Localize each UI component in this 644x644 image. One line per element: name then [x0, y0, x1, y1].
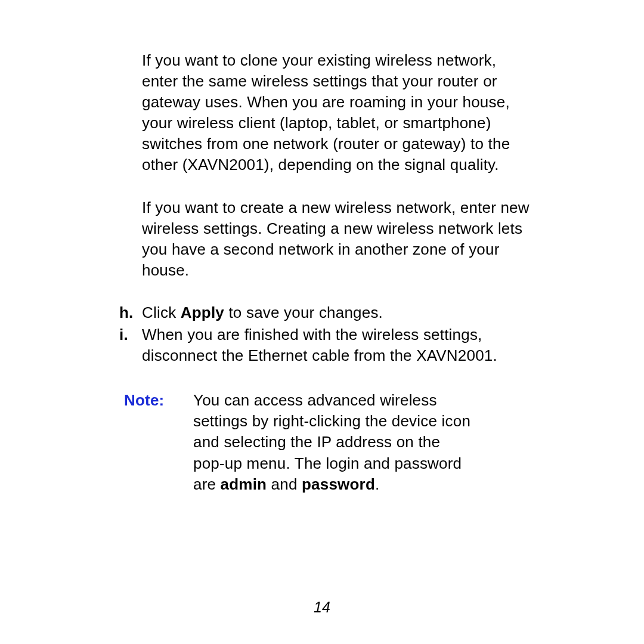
instruction-list: h. Click Apply to save your changes. i. … — [119, 302, 531, 366]
list-marker-h: h. — [119, 302, 142, 323]
note-text: You can access advanced wireless setting… — [193, 390, 476, 494]
paragraph-new-network: If you want to create a new wireless net… — [142, 197, 531, 281]
text-fragment: and — [267, 475, 302, 493]
text-fragment: Click — [142, 304, 181, 321]
list-item-text-h: Click Apply to save your changes. — [142, 302, 531, 323]
paragraph-clone: If you want to clone your existing wirel… — [142, 50, 531, 176]
list-item-i: i. When you are finished with the wirele… — [119, 324, 531, 366]
password-bold: password — [302, 475, 375, 493]
page-number: 14 — [0, 599, 644, 616]
list-item-text-i: When you are finished with the wireless … — [142, 324, 531, 366]
document-page: If you want to clone your existing wirel… — [0, 0, 644, 644]
note-block: Note: You can access advanced wireless s… — [124, 390, 531, 494]
admin-bold: admin — [221, 475, 267, 493]
list-marker-i: i. — [119, 324, 142, 366]
note-label: Note: — [124, 390, 193, 494]
text-fragment: to save your changes. — [224, 304, 383, 321]
list-item-h: h. Click Apply to save your changes. — [119, 302, 531, 323]
text-fragment: . — [375, 475, 379, 493]
apply-bold: Apply — [181, 304, 224, 321]
